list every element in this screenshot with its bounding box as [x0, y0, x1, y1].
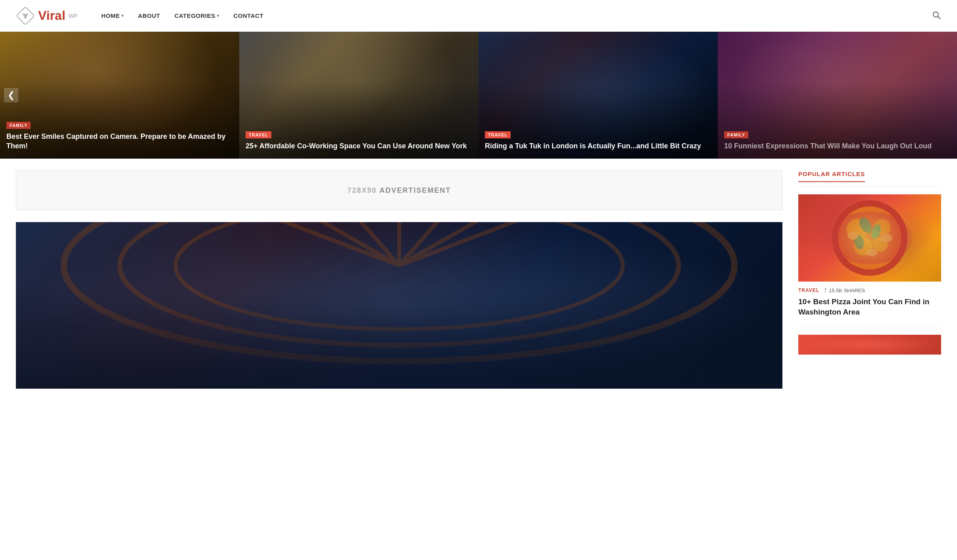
svg-point-27 [881, 234, 893, 242]
svg-point-20 [847, 219, 868, 240]
logo[interactable]: ViralWP [16, 6, 77, 25]
search-button[interactable] [932, 10, 941, 21]
logo-wp: WP [69, 13, 78, 19]
share-icon: ⤴ [824, 287, 827, 293]
slide-1-title: Best Ever Smiles Captured on Camera. Pre… [6, 132, 233, 151]
main-content: 728X90 ADVERTISEMENT [0, 159, 957, 401]
header: ViralWP HOME ▾ ABOUT CATEGORIES ▾ CONTAC… [0, 0, 957, 32]
content-column: 728X90 ADVERTISEMENT [16, 171, 782, 389]
slide-2-title: 25+ Affordable Co-Working Space You Can … [246, 142, 472, 151]
slide-1-content: FAMILY Best Ever Smiles Captured on Came… [6, 121, 233, 151]
slide-1-tag: FAMILY [6, 122, 31, 129]
popular-article-1-meta: TRAVEL ⤴ 15.5K SHARES [798, 287, 941, 293]
categories-arrow-icon: ▾ [217, 13, 219, 18]
slide-4[interactable]: FAMILY 10 Funniest Expressions That Will… [718, 32, 957, 159]
slide-3-tag: TRAVEL [485, 131, 511, 138]
main-nav: HOME ▾ ABOUT CATEGORIES ▾ CONTACT [101, 12, 932, 19]
pizza-decoration [798, 194, 941, 282]
slider-prev-button[interactable]: ❮ [4, 88, 18, 102]
svg-point-24 [857, 216, 874, 235]
svg-line-6 [64, 222, 399, 265]
slide-3-title: Riding a Tuk Tuk in London is Actually F… [485, 142, 711, 151]
popular-article-2-image [798, 335, 941, 355]
popular-articles-section: POPULAR ARTICLES [798, 171, 941, 355]
svg-point-22 [854, 237, 873, 256]
sidebar-divider [798, 186, 941, 186]
popular-article-1-title: 10+ Best Pizza Joint You Can Find in Was… [798, 297, 941, 317]
slide-3[interactable]: TRAVEL Riding a Tuk Tuk in London is Act… [478, 32, 718, 159]
slide-3-content: TRAVEL Riding a Tuk Tuk in London is Act… [485, 131, 711, 151]
nav-home[interactable]: HOME ▾ [101, 12, 124, 19]
popular-article-2[interactable] [798, 326, 941, 355]
sidebar-popular-title: POPULAR ARTICLES [798, 171, 865, 182]
popular-article-1-image [798, 194, 941, 282]
slide-2[interactable]: TRAVEL 25+ Affordable Co-Working Space Y… [239, 32, 478, 159]
svg-line-2 [938, 16, 941, 19]
svg-point-25 [869, 223, 882, 240]
slide-2-tag: TRAVEL [246, 131, 271, 138]
logo-icon [16, 6, 35, 25]
nav-about[interactable]: ABOUT [138, 12, 160, 19]
slide-4-title: 10 Funniest Expressions That Will Make Y… [724, 142, 951, 151]
home-arrow-icon: ▾ [121, 13, 124, 18]
ad-banner: 728X90 ADVERTISEMENT [16, 171, 782, 210]
svg-point-19 [838, 207, 901, 270]
sidebar: POPULAR ARTICLES [798, 171, 941, 389]
svg-point-21 [874, 219, 891, 236]
ad-text: 728X90 ADVERTISEMENT [347, 186, 451, 195]
slide-4-content: FAMILY 10 Funniest Expressions That Will… [724, 131, 951, 151]
svg-point-26 [853, 234, 865, 250]
tuk-tuk-decoration [16, 222, 782, 389]
slide-4-tag: FAMILY [724, 131, 748, 138]
popular-article-1[interactable]: TRAVEL ⤴ 15.5K SHARES 10+ Best Pizza Joi… [798, 194, 941, 317]
svg-point-1 [933, 12, 938, 17]
search-icon [932, 10, 941, 20]
popular-article-1-tag: TRAVEL [798, 288, 819, 293]
logo-text: Viral [38, 8, 65, 23]
slide-1[interactable]: FAMILY Best Ever Smiles Captured on Came… [0, 32, 239, 159]
nav-categories[interactable]: CATEGORIES ▾ [175, 12, 219, 19]
svg-point-23 [872, 237, 888, 252]
hero-slider: ❮ FAMILY Best Ever Smiles Captured on Ca… [0, 32, 957, 159]
slide-2-content: TRAVEL 25+ Affordable Co-Working Space Y… [246, 131, 472, 151]
shares-count: 15.5K SHARES [829, 288, 865, 293]
ad-label: ADVERTISEMENT [380, 186, 451, 194]
svg-line-12 [399, 222, 734, 265]
svg-point-28 [848, 232, 858, 240]
ad-size: 728X90 [347, 186, 377, 194]
nav-contact[interactable]: CONTACT [233, 12, 263, 19]
svg-point-29 [867, 249, 878, 257]
featured-image[interactable] [16, 222, 782, 389]
popular-article-1-shares: ⤴ 15.5K SHARES [824, 287, 865, 293]
